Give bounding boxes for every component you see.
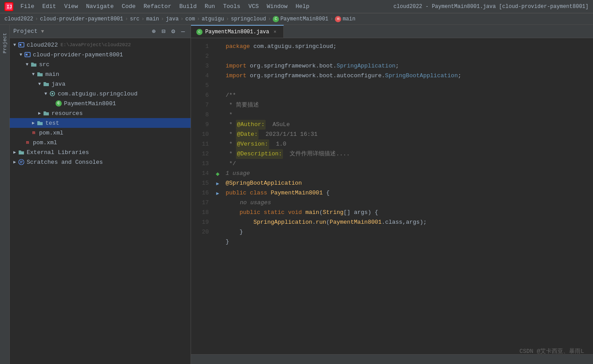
code-usage-hint-16: no usages	[222, 198, 586, 208]
file-tree: ▼ cloud2022 E:\JavaProject\cloud2022 ▼ c…	[10, 38, 191, 364]
editor-tab-active[interactable]: C PaymentMain8001.java ×	[191, 25, 284, 38]
tree-item-main[interactable]: ▼ main	[10, 69, 191, 79]
tree-item-java[interactable]: ▼ java	[10, 79, 191, 89]
breadcrumb-classname[interactable]: PaymentMain8001	[280, 16, 328, 22]
tree-label-class: PaymentMain8001	[64, 100, 116, 107]
breadcrumb-method[interactable]: main	[342, 16, 355, 22]
tab-close-btn[interactable]: ×	[272, 29, 278, 35]
tree-label-resources: resources	[52, 110, 83, 117]
tree-item-src[interactable]: ▼ src	[10, 59, 191, 69]
gutter-arrow-16[interactable]: ▶	[213, 188, 222, 198]
code-line-10: * @Date: 2023/1/11 16:31	[222, 130, 586, 139]
code-line-2	[222, 51, 586, 61]
menu-refactor[interactable]: Refactor	[140, 2, 175, 11]
side-panel-tab: Project	[0, 25, 10, 364]
code-line-18: }	[222, 227, 586, 237]
tree-label-module: cloud-provider-payment8001	[33, 51, 123, 58]
code-line-14: @SpringBootApplication	[222, 178, 586, 188]
app-logo: IJ	[4, 2, 13, 11]
tab-file-icon: C	[196, 29, 203, 35]
panel-settings-btn[interactable]: ⚙	[169, 28, 177, 36]
code-line-17: SpringApplication.run(PaymentMain8001.cl…	[222, 218, 586, 227]
code-line-12: * @Description: 文件作用详细描述....	[222, 149, 586, 159]
tree-label-pom-module: pom.xml	[39, 130, 64, 136]
tree-label-ext-libs: External Libraries	[27, 149, 89, 156]
svg-rect-5	[26, 54, 28, 55]
gutter-arrow-15[interactable]: ▶	[213, 178, 222, 188]
tree-item-cloud2022[interactable]: ▼ cloud2022 E:\JavaProject\cloud2022	[10, 40, 191, 50]
editor-area: C PaymentMain8001.java × 1 2 3 4 5 6 7 8…	[191, 25, 593, 364]
menu-code[interactable]: Code	[118, 2, 139, 11]
code-content[interactable]: package com.atguigu.springcloud; import …	[222, 38, 586, 354]
breadcrumb-springcloud[interactable]: springcloud	[231, 16, 266, 22]
line-numbers: 1 2 3 4 5 6 7 8 9 10 11 12 13 14 15 16 1…	[191, 38, 213, 354]
collapse-all-btn[interactable]: ⊟	[159, 28, 167, 36]
menu-bar: File Edit View Navigate Code Refactor Bu…	[17, 2, 390, 11]
maven-icon: m	[30, 129, 37, 136]
tree-item-test[interactable]: ▶ test	[10, 118, 191, 128]
window-title: cloud2022 - PaymentMain8001.java [cloud-…	[394, 4, 589, 10]
menu-vcs[interactable]: VCS	[245, 2, 262, 11]
breadcrumb-module[interactable]: cloud-provider-payment8001	[40, 16, 123, 22]
tree-item-class[interactable]: C PaymentMain8001	[10, 99, 191, 108]
gutter-bookmark[interactable]: ◆	[213, 169, 222, 178]
breadcrumb-java[interactable]: java	[166, 16, 179, 22]
menu-help[interactable]: Help	[292, 2, 313, 11]
code-line-1: package com.atguigu.springcloud;	[222, 42, 586, 51]
menu-window[interactable]: Window	[263, 2, 291, 11]
code-line-11: * @Version: 1.0	[222, 139, 586, 149]
tree-item-pom-module[interactable]: m pom.xml	[10, 128, 191, 138]
project-panel-title: Project	[13, 28, 38, 35]
tree-path-cloud2022: E:\JavaProject\cloud2022	[60, 42, 131, 47]
tree-item-resources[interactable]: ▶ resources	[10, 108, 191, 118]
project-panel: Project ▼ ⊕ ⊟ ⚙ — ▼ cloud2022 E:\JavaPro…	[10, 25, 191, 364]
watermark: CSDN @艾卡西亚、暴雨L	[519, 347, 584, 355]
project-panel-header: Project ▼ ⊕ ⊟ ⚙ —	[10, 25, 191, 38]
breadcrumb-cloud2022[interactable]: cloud2022	[4, 16, 33, 22]
menu-edit[interactable]: Edit	[39, 2, 60, 11]
svg-rect-3	[20, 44, 21, 46]
tree-item-pom-root[interactable]: m pom.xml	[10, 138, 191, 147]
tree-item-package[interactable]: ▼ com.atguigu.springcloud	[10, 89, 191, 99]
code-line-6: /**	[222, 91, 586, 100]
menu-tools[interactable]: Tools	[219, 2, 244, 11]
code-line-8: *	[222, 110, 586, 120]
tree-item-scratches[interactable]: ▶ Scratches and Consoles	[10, 157, 191, 167]
folder-icon	[30, 61, 37, 68]
title-bar: IJ File Edit View Navigate Code Refactor…	[0, 0, 593, 13]
tree-item-module[interactable]: ▼ cloud-provider-payment8001	[10, 50, 191, 59]
main-layout: Project Project ▼ ⊕ ⊟ ⚙ — ▼ cloud2022 E:…	[0, 25, 593, 364]
folder-icon	[43, 110, 50, 117]
tree-item-ext-libs[interactable]: ▶ External Libraries	[10, 147, 191, 157]
svg-point-7	[52, 93, 53, 95]
breadcrumb-com[interactable]: com	[185, 16, 195, 22]
breadcrumb-atguigu[interactable]: atguigu	[202, 16, 224, 22]
class-icon: C	[273, 16, 279, 22]
panel-actions: ⊕ ⊟ ⚙ —	[150, 28, 187, 36]
menu-navigate[interactable]: Navigate	[83, 2, 117, 11]
menu-file[interactable]: File	[17, 2, 38, 11]
status-bar	[191, 354, 593, 364]
folder-icon	[43, 80, 50, 87]
tab-label: PaymentMain8001.java	[205, 29, 269, 35]
menu-view[interactable]: View	[60, 2, 81, 11]
module-icon	[24, 51, 31, 58]
locate-file-btn[interactable]: ⊕	[150, 28, 158, 36]
breadcrumb-src[interactable]: src	[130, 16, 139, 22]
code-line-7: * 简要描述	[222, 100, 586, 110]
tree-label-src: src	[39, 61, 49, 68]
module-icon	[18, 41, 25, 48]
code-line-4: import org.springframework.boot.autoconf…	[222, 71, 586, 81]
breadcrumb-main[interactable]: main	[146, 16, 159, 22]
right-gutter	[586, 38, 593, 354]
code-line-13: */	[222, 159, 586, 169]
menu-run[interactable]: Run	[201, 2, 219, 11]
menu-build[interactable]: Build	[176, 2, 200, 11]
code-line-5	[222, 81, 586, 91]
code-line-9: * @Author: ASuLe	[222, 120, 586, 130]
project-side-tab[interactable]: Project	[1, 29, 8, 57]
panel-close-btn[interactable]: —	[179, 28, 187, 36]
code-usage-hint-14: 1 usage	[222, 169, 586, 178]
class-file-icon: C	[55, 100, 62, 107]
code-line-16: public static void main(String[] args) {	[222, 208, 586, 218]
